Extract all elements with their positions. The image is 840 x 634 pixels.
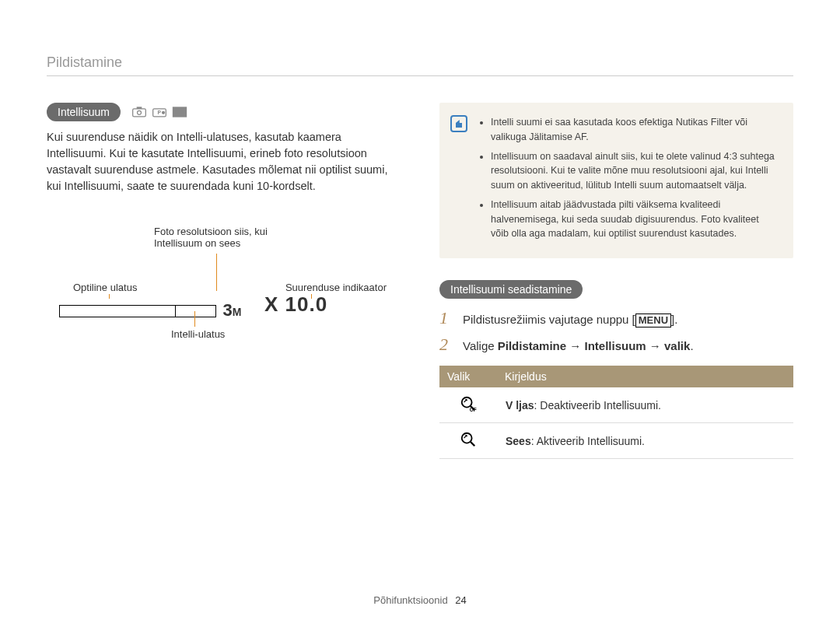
diagram-label-indicator: Suurenduse indikaator xyxy=(285,282,387,293)
svg-rect-6 xyxy=(173,108,187,116)
page-footer: Põhifunktsioonid 24 xyxy=(0,594,840,606)
svg-point-9 xyxy=(462,398,472,408)
resolution-value: 3 xyxy=(222,300,232,320)
right-column: Intelli suumi ei saa kasutada koos efekt… xyxy=(439,103,793,459)
table-row: OFF V ljas: Deaktiveerib Intellisuumi. xyxy=(439,387,793,423)
left-column: Intellisuum P Kui suurenduse näidik on I… xyxy=(47,103,401,459)
info-bullet: Intelli suumi ei saa kasutada koos efekt… xyxy=(491,115,779,145)
option-icon-off: OFF xyxy=(439,395,497,415)
option-icon-on xyxy=(439,431,497,450)
scene-icon xyxy=(172,106,187,118)
zoom-diagram: Foto resolutsioon siis, kui Intellisuum … xyxy=(47,226,401,366)
note-icon xyxy=(450,115,467,132)
step-2: 2 Valige Pildistamine → Intellisuum → va… xyxy=(439,335,793,355)
table-row: Sees: Aktiveerib Intellisuumi. xyxy=(439,423,793,459)
intellizoom-on-icon xyxy=(460,431,477,448)
menu-button-label: MENU xyxy=(635,313,671,328)
step-text: Pildistusrežiimis vajutage nuppu [MENU]. xyxy=(463,313,677,328)
diagram-label-intelli: Intelli-ulatus xyxy=(171,328,225,340)
section-heading-row: Intellisuum P xyxy=(47,103,401,121)
intellizoom-off-icon: OFF xyxy=(460,395,477,412)
options-table: Valik Kirjeldus OFF V ljas: Dea xyxy=(439,366,793,459)
svg-point-12 xyxy=(462,433,472,443)
diagram-connector-line-2 xyxy=(109,294,110,299)
page-number: 24 xyxy=(455,594,466,606)
resolution-indicator: 3M xyxy=(222,300,241,321)
table-header: Valik Kirjeldus xyxy=(439,366,793,387)
svg-text:OFF: OFF xyxy=(470,407,477,412)
info-note-box: Intelli suumi ei saa kasutada koos efekt… xyxy=(439,103,793,258)
camera-smart-icon xyxy=(131,106,147,118)
svg-point-4 xyxy=(162,111,165,114)
camera-p-icon: P xyxy=(152,106,167,118)
step-1: 1 Pildistusrežiimis vajutage nuppu [MENU… xyxy=(439,308,793,328)
table-header-kirjeldus: Kirjeldus xyxy=(497,366,793,387)
step-number: 2 xyxy=(439,335,453,355)
svg-rect-0 xyxy=(133,109,146,117)
option-desc: V ljas: Deaktiveerib Intellisuumi. xyxy=(498,399,793,412)
svg-rect-2 xyxy=(137,107,142,109)
page-title: Pildistamine xyxy=(47,54,793,76)
diagram-label-optical: Optiline ulatus xyxy=(73,282,137,293)
svg-text:P: P xyxy=(158,110,162,115)
svg-point-1 xyxy=(138,110,142,114)
setup-badge: Intellisuumi seadistamine xyxy=(439,280,583,299)
zoom-factor: X 10.0 xyxy=(264,292,327,317)
table-header-valik: Valik xyxy=(439,366,497,387)
diagram-connector-line xyxy=(216,254,217,291)
step-text: Valige Pildistamine → Intellisuum → vali… xyxy=(463,339,694,352)
svg-rect-7 xyxy=(173,107,187,108)
svg-rect-8 xyxy=(173,116,187,117)
info-bullet-list: Intelli suumi ei saa kasutada koos efekt… xyxy=(480,115,779,241)
info-bullet: Intellisuum aitab jäädvustada pilti väik… xyxy=(491,198,779,241)
diagram-label-resolution: Foto resolutsioon siis, kui Intellisuum … xyxy=(154,226,302,249)
step-number: 1 xyxy=(439,308,453,328)
diagram-connector-line-4 xyxy=(194,311,195,327)
footer-text: Põhifunktsioonid xyxy=(373,594,447,606)
svg-line-13 xyxy=(471,442,475,447)
intellizoom-description: Kui suurenduse näidik on Intelli-ulatuse… xyxy=(47,129,401,194)
option-desc: Sees: Aktiveerib Intellisuumi. xyxy=(498,435,793,447)
mode-icons: P xyxy=(131,106,187,118)
resolution-suffix: M xyxy=(233,306,242,318)
diagram-connector-line-3 xyxy=(311,294,312,299)
info-bullet: Intellisuum on saadaval ainult siis, kui… xyxy=(491,149,779,193)
intellizoom-badge: Intellisuum xyxy=(47,103,121,121)
zoom-bar: 3M xyxy=(59,297,241,317)
